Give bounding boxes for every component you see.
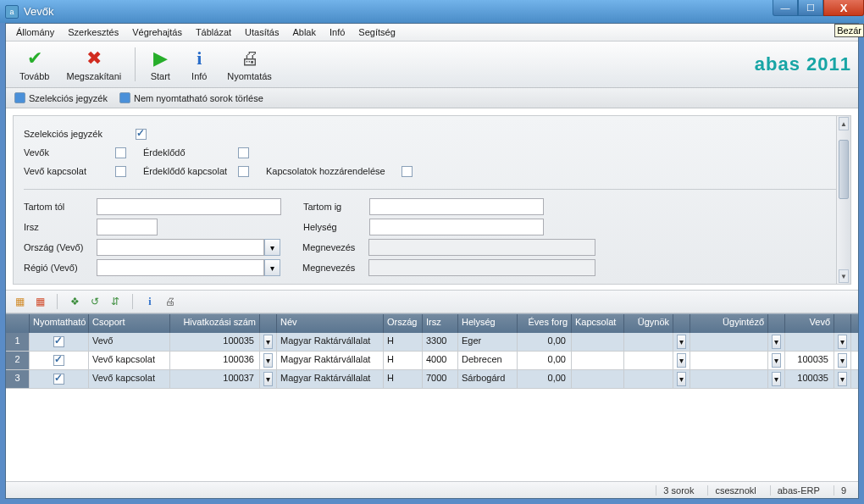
grid-btn4[interactable]: ↺ — [88, 295, 102, 308]
menu-ablak[interactable]: Ablak — [285, 25, 323, 39]
megszakitani-button[interactable]: ✖ Megszakítani — [58, 46, 130, 83]
menu-allomany[interactable]: Állomány — [9, 25, 61, 39]
cell-lookup[interactable]: ▾ — [834, 370, 851, 388]
table-row[interactable]: 3Vevő kapcsolat100037▾Magyar Raktárválla… — [6, 370, 858, 389]
grid-tb-sep — [57, 294, 58, 309]
szelekcio-checkbox[interactable] — [136, 129, 147, 140]
cell-helyseg: Eger — [458, 333, 518, 351]
tab-nemnyomt[interactable]: Nem nyomtatható sorok törlése — [119, 92, 263, 103]
cell-lookup[interactable]: ▾ — [768, 333, 785, 351]
cell-lookup[interactable]: ▾ — [673, 352, 690, 369]
header-nev[interactable]: Név — [277, 314, 384, 333]
grid-btn1[interactable]: ▦ — [13, 295, 26, 308]
menu-tablazat[interactable]: Táblázat — [189, 25, 238, 39]
table-row[interactable]: 2Vevő kapcsolat100036▾Magyar Raktárválla… — [6, 352, 858, 370]
tartomtol-input[interactable] — [97, 198, 281, 215]
orszagvevo-lookup-button[interactable]: ▾ — [264, 239, 280, 256]
cell-lookup[interactable]: ▾ — [260, 352, 277, 369]
maximize-button[interactable]: ☐ — [798, 0, 823, 16]
erdekkapcsolat-checkbox[interactable] — [238, 166, 249, 177]
nyomtatas-button[interactable]: 🖨 Nyomtatás — [219, 46, 280, 83]
helyseg-input[interactable] — [369, 219, 544, 235]
irsz-input[interactable] — [97, 219, 158, 235]
header-irsz[interactable]: Irsz — [423, 314, 458, 333]
cell-lookup[interactable]: ▾ — [834, 333, 851, 351]
cell-kapcsolat — [572, 370, 624, 388]
menu-vegrehajtas[interactable]: Végrehajtás — [125, 25, 189, 39]
megszak-label: Megszakítani — [66, 71, 121, 81]
regiovevo-input[interactable] — [97, 259, 264, 276]
header-kapcsolat[interactable]: Kapcsolat — [572, 314, 624, 333]
vevokapcsolat-checkbox[interactable] — [115, 166, 126, 177]
vevok-checkbox[interactable] — [115, 147, 126, 158]
scroll-up-icon[interactable]: ▲ — [839, 117, 849, 130]
orszagvevo-input[interactable] — [97, 239, 264, 256]
cell-evesforg: 0,00 — [518, 352, 572, 369]
irsz-label: Irsz — [24, 222, 97, 232]
cell-lookup[interactable]: ▾ — [834, 352, 851, 369]
header-helyseg[interactable]: Helység — [458, 314, 518, 333]
grid-btn2[interactable]: ▦ — [33, 295, 47, 308]
kapcshozz-checkbox[interactable] — [402, 166, 413, 177]
bezar-tooltip: Bezár — [834, 24, 864, 37]
cell-hivatkozasi: 100037 — [170, 370, 260, 388]
cell-nyomtathato[interactable] — [30, 370, 89, 388]
cell-kapcsolat — [572, 352, 624, 369]
cell-nev: Magyar Raktárvállalat — [277, 333, 384, 351]
cell-orszag: H — [384, 352, 423, 369]
minimize-button[interactable]: — — [773, 0, 798, 16]
menu-info[interactable]: Infó — [323, 25, 352, 39]
tartomtol-label: Tartom tól — [24, 202, 97, 212]
megnev2-label: Megnevezés — [302, 263, 368, 273]
grid-print-button[interactable]: 🖨 — [163, 295, 177, 308]
erdeklodo-checkbox[interactable] — [238, 147, 249, 158]
cell-evesforg: 0,00 — [518, 333, 572, 351]
header-csoport[interactable]: Csoport — [89, 314, 170, 333]
header-vevo[interactable]: Vevő — [785, 314, 834, 333]
grid-info-button[interactable]: i — [143, 295, 157, 308]
helyseg-label: Helység — [303, 222, 369, 232]
menu-szerkesztes[interactable]: Szerkesztés — [61, 25, 125, 39]
window-title: Vevők — [24, 5, 53, 18]
vevokapcsolat-label: Vevő kapcsolat — [24, 166, 115, 176]
scroll-down-icon[interactable]: ▼ — [839, 269, 849, 283]
cell-irsz: 4000 — [423, 352, 458, 369]
data-grid: Nyomtatható Csoport Hivatkozási szám Név… — [6, 313, 858, 389]
tovabb-button[interactable]: ✔ Tovább — [11, 46, 58, 83]
info-button[interactable]: i Infó — [180, 46, 219, 83]
cell-lookup[interactable]: ▾ — [260, 333, 277, 351]
cell-helyseg: Debrecen — [458, 352, 518, 369]
scroll-thumb[interactable] — [839, 140, 849, 199]
menu-segitseg[interactable]: Segítség — [352, 25, 402, 39]
cell-nyomtathato[interactable] — [30, 333, 89, 351]
header-orszag[interactable]: Ország — [384, 314, 423, 333]
menu-utasitas[interactable]: Utasítás — [238, 25, 285, 39]
start-button[interactable]: ▶ Start — [141, 46, 180, 83]
cell-nyomtathato[interactable] — [30, 352, 89, 369]
cell-helyseg: Sárbogárd — [458, 370, 518, 388]
form-separator — [24, 189, 840, 190]
cell-lookup[interactable]: ▾ — [673, 370, 690, 388]
cell-lookup[interactable]: ▾ — [260, 370, 277, 388]
kapcshozz-label: Kapcsolatok hozzárendelése — [266, 166, 402, 176]
nyomtatas-label: Nyomtatás — [227, 71, 272, 81]
cell-lookup[interactable]: ▾ — [673, 333, 690, 351]
cell-lookup[interactable]: ▾ — [768, 370, 785, 388]
header-ugynok[interactable]: Ügynök — [624, 314, 673, 333]
form-scrollbar[interactable]: ▲ ▼ — [836, 115, 851, 285]
regiovevo-lookup-button[interactable]: ▾ — [264, 259, 280, 276]
tab-szelekcio[interactable]: Szelekciós jegyzék — [14, 92, 108, 103]
header-hivatkozasi[interactable]: Hivatkozási szám — [170, 314, 260, 333]
close-button[interactable]: X — [823, 0, 864, 16]
table-row[interactable]: 1Vevő100035▾Magyar RaktárvállalatH3300Eg… — [6, 333, 858, 352]
grid-btn5[interactable]: ⇵ — [108, 295, 122, 308]
header-evesforg[interactable]: Éves forg — [518, 314, 572, 333]
header-ugyintezo[interactable]: Ügyintéző — [690, 314, 768, 333]
header-nyomtathato[interactable]: Nyomtatható — [30, 314, 89, 333]
cell-lookup[interactable]: ▾ — [768, 352, 785, 369]
cell-ugyintezo — [690, 352, 768, 369]
grid-btn3[interactable]: ❖ — [68, 295, 81, 308]
tartomig-input[interactable] — [369, 198, 544, 215]
orszagvevo-label: Ország (Vevő) — [24, 242, 97, 252]
header-lookup1 — [260, 314, 277, 333]
